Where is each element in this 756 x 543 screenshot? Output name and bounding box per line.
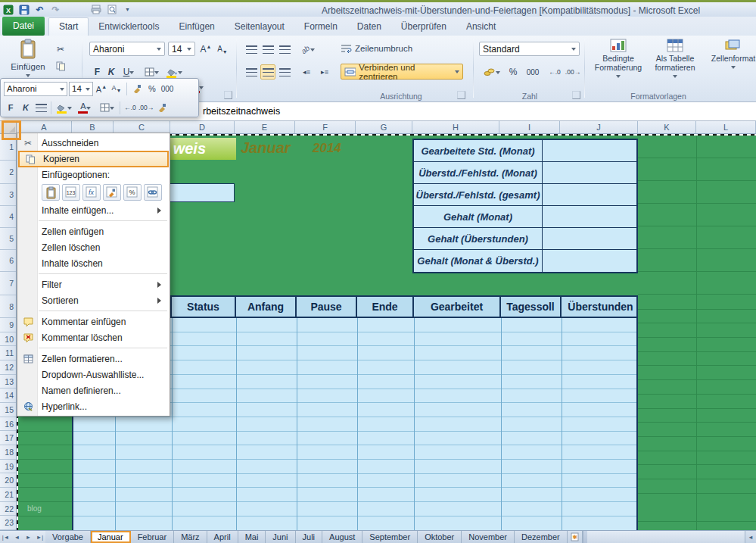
summary-label[interactable]: Gehalt (Überstunden) — [414, 228, 543, 249]
print-preview-button[interactable] — [105, 3, 118, 16]
qat-menu-button[interactable]: ▼ — [121, 3, 134, 16]
summary-value-cell[interactable] — [543, 250, 636, 272]
copy-button[interactable] — [53, 58, 68, 73]
cut-button[interactable]: ✂ — [53, 42, 68, 57]
mini-decrease-decimal-button[interactable]: .00→ — [138, 101, 154, 115]
sheet-tab-november[interactable]: November — [462, 531, 515, 543]
column-header-c[interactable]: C — [114, 121, 170, 133]
row-header-17[interactable]: 17 — [0, 431, 16, 445]
align-center-button[interactable] — [260, 64, 275, 80]
mini-borders-button[interactable] — [97, 101, 117, 115]
row-header-18[interactable]: 18 — [0, 445, 16, 460]
row-header-21[interactable]: 21 — [0, 488, 16, 502]
column-header-i[interactable]: I — [499, 121, 560, 133]
mini-percent-style-button[interactable]: % — [145, 82, 159, 96]
percent-style-button[interactable]: % — [506, 64, 521, 80]
summary-value-cell[interactable] — [543, 162, 636, 183]
align-middle-button[interactable] — [260, 42, 275, 57]
ribbon-tab-formeln[interactable]: Formeln — [294, 18, 347, 36]
redo-button[interactable]: ↷ — [49, 3, 62, 16]
menu-item-zellen-formatieren[interactable]: Zellen formatieren... — [17, 351, 170, 367]
table-header-ende[interactable]: Ende — [357, 297, 414, 317]
decrease-decimal-button[interactable]: .00→ — [565, 64, 581, 80]
menu-item-namen-definieren[interactable]: Namen definieren... — [17, 382, 170, 398]
column-header-d[interactable]: D — [170, 121, 235, 133]
conditional-formatting-button[interactable]: Bedingte Formatierung — [593, 39, 643, 95]
menu-item-sortieren[interactable]: Sortieren — [17, 292, 170, 308]
column-header-g[interactable]: G — [356, 121, 412, 133]
row-header-11[interactable]: 11 — [0, 346, 16, 360]
row-header-6[interactable]: 6 — [0, 250, 16, 272]
mini-italic-button[interactable]: K — [19, 101, 33, 115]
sheet-tab-august[interactable]: August — [322, 531, 362, 543]
mini-shrink-font-button[interactable]: A▼ — [110, 82, 123, 96]
sheet-tab-juni[interactable]: Juni — [266, 531, 295, 543]
menu-item-filter[interactable]: Filter — [17, 276, 170, 292]
summary-value-cell[interactable] — [543, 184, 636, 205]
accounting-format-button[interactable] — [480, 64, 504, 80]
ribbon-tab-ansicht[interactable]: Ansicht — [456, 18, 506, 36]
save-button[interactable] — [17, 3, 30, 16]
table-header-tagessoll[interactable]: Tagessoll — [501, 297, 562, 317]
alignment-dialog-launcher[interactable] — [457, 91, 465, 99]
align-left-button[interactable] — [244, 64, 259, 80]
tab-next-button[interactable]: ► — [23, 531, 34, 543]
paste-values-icon[interactable]: 123 — [62, 184, 80, 201]
number-format-combobox[interactable]: Standard — [479, 42, 580, 56]
paste-icon[interactable] — [42, 184, 60, 201]
row-header-5[interactable]: 5 — [0, 228, 16, 250]
hscroll-left-button[interactable]: ◄ — [745, 531, 756, 543]
font-dialog-launcher[interactable] — [224, 91, 232, 99]
row-header-23[interactable]: 23 — [0, 516, 16, 530]
table-header-gearbeitet[interactable]: Gearbeitet — [414, 297, 501, 317]
mini-comma-style-button[interactable]: 000 — [160, 82, 174, 96]
row-header-15[interactable]: 15 — [0, 403, 16, 417]
mini-increase-decimal-button[interactable]: ←.0 — [123, 101, 137, 115]
tab-splitter-handle[interactable] — [583, 531, 587, 543]
tab-first-button[interactable]: |◄ — [0, 531, 11, 543]
increase-decimal-button[interactable]: ←.0 — [546, 64, 563, 80]
bold-button[interactable]: F — [91, 64, 104, 80]
sheet-tab-september[interactable]: September — [362, 531, 418, 543]
table-header-status[interactable]: Status — [172, 297, 236, 317]
grow-font-button[interactable]: A▲ — [198, 42, 213, 57]
align-bottom-button[interactable] — [277, 42, 292, 57]
align-right-button[interactable] — [277, 64, 292, 80]
mini-fill-color-button[interactable] — [54, 101, 74, 115]
italic-button[interactable]: K — [105, 64, 117, 80]
column-header-j[interactable]: J — [560, 121, 638, 133]
year-cell[interactable]: 2014 — [313, 141, 341, 156]
row-header-7[interactable]: 7 — [0, 272, 16, 295]
align-top-button[interactable] — [244, 42, 259, 57]
ribbon-tab-seitenlayout[interactable]: Seitenlayout — [225, 18, 294, 36]
row-header-12[interactable]: 12 — [0, 360, 16, 375]
format-as-table-button[interactable]: Als Tabelle formatieren — [646, 39, 704, 95]
font-name-combobox[interactable]: Aharoni — [89, 42, 165, 56]
sheet-tab-februar[interactable]: Februar — [131, 531, 175, 543]
menu-item-kommentar-einfugen[interactable]: Kommentar einfügen — [17, 314, 170, 329]
orientation-button[interactable]: ab — [298, 42, 318, 57]
paste-link-icon[interactable] — [144, 184, 162, 201]
column-header-b[interactable]: B — [72, 121, 114, 133]
month-cell[interactable]: Januar — [241, 139, 291, 157]
ribbon-tab-daten[interactable]: Daten — [347, 18, 391, 36]
summary-label[interactable]: Überstd./Fehlstd. (Monat) — [414, 162, 543, 183]
mini-font-size-combobox[interactable]: 14 — [69, 82, 93, 96]
row-header-4[interactable]: 4 — [0, 206, 16, 228]
paste-formatting-icon[interactable] — [103, 184, 121, 201]
column-header-e[interactable]: E — [235, 121, 295, 133]
menu-item-hyperlink[interactable]: Hyperlink... — [17, 398, 170, 414]
column-header-h[interactable]: H — [412, 121, 499, 133]
insert-sheet-tab[interactable]: ✱ — [568, 531, 583, 543]
ribbon-tab-einfugen[interactable]: Einfügen — [169, 18, 224, 36]
comma-style-button[interactable]: 000 — [522, 64, 543, 80]
row-header-2[interactable]: 2 — [0, 161, 16, 184]
shrink-font-button[interactable]: A▼ — [215, 42, 230, 57]
paste-percent-icon[interactable]: % — [123, 184, 142, 201]
summary-value-cell[interactable] — [543, 206, 636, 227]
excel-button[interactable]: X — [2, 3, 14, 16]
row-header-8[interactable]: 8 — [0, 295, 16, 318]
mini-painter-button[interactable] — [155, 101, 169, 115]
tab-last-button[interactable]: ►| — [34, 531, 45, 543]
row-header-10[interactable]: 10 — [0, 332, 16, 346]
